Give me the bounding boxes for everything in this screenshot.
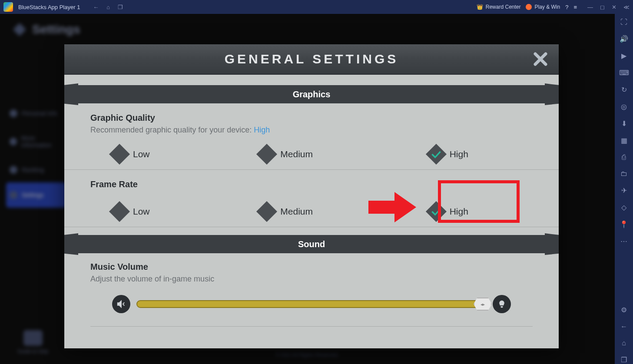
right-toolbar: ⛶ 🔊 ▶ ⌨ ↻ ◎ ⬇ ▦ ⎙ 🗀 ✈ ◇ 📍 ⋯ ⚙ ← ⌂ ❐ [615, 14, 633, 364]
recommended-value: High [254, 126, 270, 134]
bg-sidebar-more: More Information [6, 126, 67, 157]
reward-center-button[interactable]: 👑 Reward Center [477, 4, 521, 10]
slider-handle[interactable]: ◂▸ [474, 298, 492, 311]
apk-icon[interactable]: ▦ [621, 136, 627, 145]
graphic-quality-group: Graphic Quality Recommended graphic qual… [64, 103, 559, 141]
collapse-sidebar-button[interactable]: ≪ [623, 4, 630, 10]
graphic-quality-low[interactable]: Low [112, 147, 216, 162]
frame-rate-low[interactable]: Low [112, 204, 216, 219]
download-icon[interactable]: ⬇ [621, 119, 627, 128]
menu-icon[interactable]: ≡ [573, 4, 577, 10]
bg-sidebar-settings: Settings [6, 182, 67, 208]
bg-page-title: Settings [32, 23, 80, 36]
radio-diamond-checked-icon [426, 144, 447, 165]
keyboard-icon[interactable]: ⌨ [619, 69, 629, 77]
bg-sidebar-ranking: Ranking [6, 157, 67, 182]
graphic-quality-options: Low Medium High [64, 141, 559, 170]
titlebar-nav: ← ⌂ ❐ [93, 4, 123, 10]
volume-icon[interactable]: 🔊 [620, 35, 628, 43]
music-volume-slider[interactable]: ◂▸ [136, 300, 487, 308]
play-win-button[interactable]: Play & Win [526, 4, 560, 10]
music-volume-title: Music Volume [90, 262, 533, 272]
close-window-button[interactable]: ✕ [612, 4, 616, 10]
graphic-quality-high[interactable]: High [364, 147, 533, 162]
help-icon[interactable]: ? [565, 4, 568, 10]
bg-guide-help: Guide & Help [17, 330, 48, 354]
divider [90, 326, 533, 327]
modal-title: GENERAL SETTINGS [225, 52, 398, 66]
section-header-graphics: Graphics [64, 85, 559, 103]
back-icon[interactable]: ← [93, 4, 99, 10]
sound-max-button[interactable] [493, 295, 511, 313]
app-title: BlueStacks App Player 1 [18, 4, 80, 10]
airplane-icon[interactable]: ✈ [621, 186, 627, 195]
bg-sidebar-personal: Personal Info [6, 101, 67, 126]
annotation-arrow-icon [368, 192, 416, 222]
mute-button[interactable] [112, 295, 130, 313]
crown-icon: 👑 [477, 4, 483, 10]
radio-diamond-icon [256, 201, 277, 222]
maximize-button[interactable]: ◻ [600, 4, 605, 10]
graphic-quality-title: Graphic Quality [90, 113, 533, 123]
graphic-quality-desc: Recommended graphic quality for your dev… [90, 126, 533, 135]
home-icon[interactable]: ⌂ [106, 4, 110, 10]
rotate-icon[interactable]: ◇ [621, 203, 626, 212]
bluestacks-logo-icon [3, 2, 13, 12]
section-header-sound: Sound [64, 235, 559, 253]
target-icon[interactable]: ◎ [621, 103, 627, 111]
screenshot-icon[interactable]: ⎙ [622, 153, 626, 161]
frame-rate-medium[interactable]: Medium [216, 204, 363, 219]
radio-diamond-icon [109, 144, 130, 165]
recents-icon[interactable]: ❐ [118, 4, 123, 10]
annotation-highlight-box [438, 180, 520, 223]
play-icon[interactable]: ▶ [621, 52, 626, 60]
playwin-label: Play & Win [534, 4, 560, 10]
more-icon[interactable]: ⋯ [620, 237, 627, 245]
history-icon[interactable]: ↻ [621, 86, 627, 94]
music-volume-group: Music Volume Adjust the volume of in-gam… [64, 253, 559, 326]
game-viewport: Settings Personal Info More Information … [0, 14, 615, 364]
sidebar-home-icon[interactable]: ⌂ [622, 339, 626, 347]
folder-icon[interactable]: 🗀 [620, 170, 627, 178]
general-settings-modal: GENERAL SETTINGS Graphics Graphic Qualit… [64, 44, 559, 348]
flag-icon [23, 330, 43, 346]
minimize-button[interactable]: — [587, 4, 593, 10]
copyright-text: © IGG All Rights Reserved. [276, 352, 339, 358]
radio-diamond-icon [109, 201, 130, 222]
location-icon[interactable]: 📍 [620, 220, 628, 228]
sidebar-back-icon[interactable]: ← [620, 323, 627, 331]
music-volume-desc: Adjust the volume of in-game music [90, 275, 533, 284]
titlebar: BlueStacks App Player 1 ← ⌂ ❐ 👑 Reward C… [0, 0, 633, 14]
close-modal-button[interactable] [532, 50, 549, 68]
bg-back-diamond-icon [13, 23, 26, 36]
sidebar-recents-icon[interactable]: ❐ [621, 356, 627, 364]
fullscreen-icon[interactable]: ⛶ [620, 18, 627, 26]
playwin-icon [526, 4, 532, 10]
modal-header: GENERAL SETTINGS [64, 44, 559, 75]
settings-gear-icon[interactable]: ⚙ [621, 306, 627, 314]
reward-label: Reward Center [486, 4, 521, 10]
radio-diamond-icon [256, 144, 277, 165]
graphic-quality-medium[interactable]: Medium [216, 147, 363, 162]
